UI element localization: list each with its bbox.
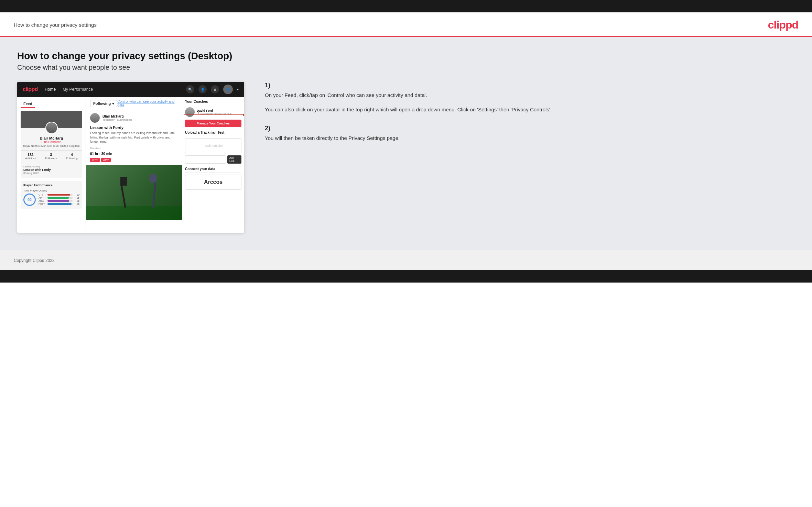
page-heading: How to change your privacy settings (Des… <box>17 51 795 71</box>
profile-subtitle: Plus Handicap <box>21 140 82 144</box>
bar-putt-fill <box>47 203 72 205</box>
activity-user-info: Blair McHarg Yesterday · Sunningdale <box>102 114 132 121</box>
clippd-logo: clippd <box>768 19 798 31</box>
trackman-add-link-button[interactable]: Add Link <box>227 155 241 164</box>
activity-user-name: Blair McHarg <box>102 114 132 118</box>
activity-header: Blair McHarg Yesterday · Sunningdale <box>86 110 182 125</box>
following-value: 4 <box>66 153 78 157</box>
pp-title: Player Performance <box>23 184 79 187</box>
connect-data-title: Connect your data <box>185 167 241 173</box>
step2-number: 2) <box>265 125 788 132</box>
step1-text-b: You can also click on your avatar in the… <box>265 106 788 114</box>
followers-value: 3 <box>45 153 57 157</box>
following-button[interactable]: Following ▾ <box>90 100 117 107</box>
coach-info: David Ford 📍 Royal North Devon Golf Club <box>197 109 231 115</box>
bar-arg-value: 86 <box>74 200 79 202</box>
activity-duration: Duration <box>86 147 182 151</box>
activity-tags: OTT APP <box>86 158 182 165</box>
bar-arg: ARG 86 <box>39 200 79 202</box>
page-subtitle: Choose what you want people to see <box>17 64 795 71</box>
bar-ott-label: OTT <box>39 194 46 196</box>
profile-banner <box>21 111 82 128</box>
bar-app-track <box>47 197 73 199</box>
following-bar: Following ▾ Control who can see your act… <box>86 97 182 110</box>
arccos-box: Arccos <box>185 175 241 190</box>
tag-app: APP <box>101 158 111 162</box>
latest-activity-date: 03 Aug 2022 <box>21 172 82 175</box>
latest-activity-label: Latest Activity <box>21 165 82 168</box>
following-label: Following <box>66 157 78 160</box>
bar-putt-label: PUTT <box>39 203 46 205</box>
profile-name: Blair McHarg <box>21 136 82 140</box>
manage-coaches-button[interactable]: Manage Your Coaches <box>185 120 241 127</box>
breadcrumb: How to change your privacy settings <box>14 22 97 28</box>
coach-name: David Ford <box>197 109 231 112</box>
bar-app-fill <box>47 197 69 199</box>
bar-ott-fill <box>47 194 70 196</box>
bar-app: APP 85 <box>39 197 79 199</box>
app-body: Feed Blair McHarg Plus Handicap Royal No… <box>17 97 244 233</box>
trackman-section: Upload a Trackman Test Trackman Link Add… <box>185 131 241 164</box>
activities-value: 131 <box>25 153 36 157</box>
activity-desc: Looking to feel like my hands are exitin… <box>86 131 182 147</box>
trackman-title: Upload a Trackman Test <box>185 131 241 136</box>
bar-ott-track <box>47 194 73 196</box>
instruction-block-1: 1) On your Feed, click/tap on 'Control w… <box>265 82 788 114</box>
page-title: How to change your privacy settings (Des… <box>17 51 795 62</box>
tpq-row: 92 OTT 90 APP 85 <box>23 194 79 206</box>
stat-activities: 131 Activities <box>25 153 36 160</box>
app-nav-icons: 🔍 👤 ⊕ 👤 ▾ <box>186 85 239 94</box>
profile-club: Royal North Devon Golf Club, United King… <box>21 144 82 147</box>
bar-arg-label: ARG <box>39 200 46 202</box>
tag-ott: OTT <box>90 158 100 162</box>
activity-user-avatar <box>90 113 100 123</box>
nav-home[interactable]: Home <box>45 87 56 92</box>
step1-number: 1) <box>265 82 788 89</box>
followers-label: Followers <box>45 157 57 160</box>
search-icon[interactable]: 🔍 <box>186 85 194 93</box>
activities-label: Activities <box>25 157 36 160</box>
bar-putt: PUTT 96 <box>39 203 79 205</box>
instruction-block-2: 2) You will then be taken directly to th… <box>265 125 788 142</box>
coach-club-icon: 📍 <box>197 112 200 115</box>
site-header: How to change your privacy settings clip… <box>0 12 812 37</box>
bar-arg-fill <box>47 200 69 202</box>
plus-icon[interactable]: ⊕ <box>211 85 219 93</box>
tpq-bars: OTT 90 APP 85 ARG <box>39 194 79 206</box>
bar-app-label: APP <box>39 197 46 199</box>
trackman-input[interactable] <box>185 155 226 164</box>
app-navbar: clippd Home My Performance 🔍 👤 ⊕ 👤 ▾ <box>17 82 244 97</box>
connect-section: Connect your data Arccos <box>185 167 241 190</box>
control-privacy-link[interactable]: Control who can see your activity and da… <box>117 100 178 107</box>
bar-putt-track <box>47 203 73 205</box>
stat-following: 4 Following <box>66 153 78 160</box>
coaches-section: Your Coaches David Ford 📍 Royal North De… <box>185 100 241 127</box>
bottom-bar <box>0 270 812 283</box>
app-logo: clippd <box>23 86 38 92</box>
feed-tab[interactable]: Feed <box>21 100 35 108</box>
instructions-panel: 1) On your Feed, click/tap on 'Control w… <box>258 82 795 153</box>
profile-stats: 131 Activities 3 Followers 4 Following <box>21 150 82 162</box>
user-avatar[interactable]: 👤 <box>223 85 233 94</box>
content-layout: clippd Home My Performance 🔍 👤 ⊕ 👤 ▾ Fee… <box>17 82 795 233</box>
profile-card: Blair McHarg Plus Handicap Royal North D… <box>21 111 82 178</box>
bar-arg-track <box>47 200 73 202</box>
app-screenshot: clippd Home My Performance 🔍 👤 ⊕ 👤 ▾ Fee… <box>17 82 244 233</box>
bar-putt-value: 96 <box>74 203 79 205</box>
app-main: Following ▾ Control who can see your act… <box>86 97 182 233</box>
coach-avatar <box>185 107 195 117</box>
nav-my-performance[interactable]: My Performance <box>63 87 93 92</box>
step1-text-a: On your Feed, click/tap on 'Control who … <box>265 91 788 99</box>
profile-avatar-img <box>45 122 58 134</box>
bar-ott-value: 90 <box>74 194 79 196</box>
main-content: How to change your privacy settings (Des… <box>0 37 812 250</box>
site-footer: Copyright Clippd 2022 <box>0 250 812 270</box>
activity-card: Blair McHarg Yesterday · Sunningdale Les… <box>86 110 182 220</box>
avatar-dropdown-icon[interactable]: ▾ <box>237 88 239 91</box>
person-icon[interactable]: 👤 <box>198 85 207 93</box>
trackman-input-row: Add Link <box>185 155 241 164</box>
step2-text: You will then be taken directly to the P… <box>265 134 788 142</box>
top-bar <box>0 0 812 12</box>
tpq-label: Total Player Quality <box>23 189 79 192</box>
app-sidebar: Feed Blair McHarg Plus Handicap Royal No… <box>17 97 86 233</box>
